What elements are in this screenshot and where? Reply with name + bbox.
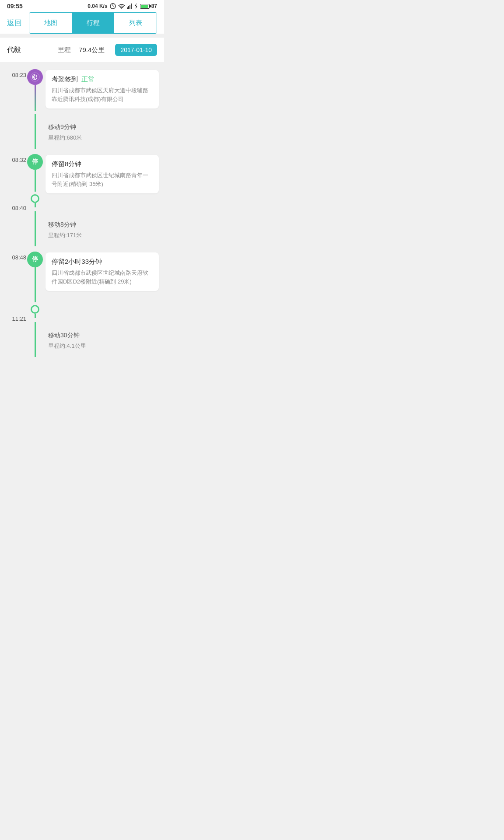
move-card-1: 移动9分钟 里程约:680米 xyxy=(46,117,159,148)
svg-marker-8 xyxy=(135,3,137,9)
move-card-2: 移动8分钟 里程约:171米 xyxy=(46,215,159,245)
date-badge: 2017-01-10 xyxy=(115,44,157,56)
move-duration-2: 移动8分钟 xyxy=(48,221,156,229)
mileage-value: 79.4公里 xyxy=(79,46,105,54)
svg-rect-4 xyxy=(127,7,128,9)
content-event-1: 考勤签到 正常 四川省成都市武侯区天府大道中段辅路靠近腾讯科技(成都)有限公司 xyxy=(44,66,164,114)
clock-icon xyxy=(109,3,116,10)
move-content-2: 移动8分钟 里程约:171米 xyxy=(44,211,164,249)
line-green-1 xyxy=(35,114,36,149)
dot-fingerprint xyxy=(27,69,43,85)
event-3-addr: 四川省成都市武侯区世纪城南路天府软件园D区D2楼附近(精确到 29米) xyxy=(52,269,153,286)
dot-stop-1: 停 xyxy=(27,154,43,170)
move-content-3: 移动30分钟 里程约:4.1公里 xyxy=(44,322,164,360)
timeline-event-2: 08:32 停 08:40 停留8分钟 xyxy=(0,151,164,211)
move-segment-3: 移动30分钟 里程约:4.1公里 xyxy=(0,322,164,360)
network-speed: 0.04 K/s xyxy=(88,3,107,9)
tab-bar: 地图 行程 列表 xyxy=(29,12,157,34)
event-card-3: 停留2小时33分钟 四川省成都市武侯区世纪城南路天府软件园D区D2楼附近(精确到… xyxy=(46,252,159,291)
time-1121: 11:21 xyxy=(0,315,26,322)
status-time: 09:55 xyxy=(7,3,23,10)
battery-icon xyxy=(140,4,150,9)
line-green-4 xyxy=(35,267,36,302)
signal-icon xyxy=(127,3,132,9)
svg-rect-5 xyxy=(128,6,129,9)
timeline-container: 08:23 xyxy=(0,62,164,364)
move-mileage-2: 里程约:171米 xyxy=(48,231,156,239)
tab-list[interactable]: 列表 xyxy=(114,13,157,33)
move-mileage-1: 里程约:680米 xyxy=(48,134,156,142)
event-2-addr: 四川省成都市武侯区世纪城南路青年一号附近(精确到 35米) xyxy=(52,171,153,188)
event-3-title: 停留2小时33分钟 xyxy=(52,258,102,266)
content-event-3: 停留2小时33分钟 四川省成都市武侯区世纪城南路天府软件园D区D2楼附近(精确到… xyxy=(44,249,164,322)
svg-point-3 xyxy=(121,8,122,9)
line-green-2 xyxy=(35,170,36,192)
event-1-title: 考勤签到 xyxy=(52,75,78,84)
driver-name: 代毅 xyxy=(7,46,21,55)
content-event-2: 停留8分钟 四川省成都市武侯区世纪城南路青年一号附近(精确到 35米) xyxy=(44,151,164,211)
dot-small-2 xyxy=(31,305,39,314)
fingerprint-svg xyxy=(30,72,40,82)
status-right: 0.04 K/s 87 xyxy=(88,3,157,10)
move-segment-2: 移动8分钟 里程约:171米 xyxy=(0,211,164,249)
event-card-2: 停留8分钟 四川省成都市武侯区世纪城南路青年一号附近(精确到 35米) xyxy=(46,155,159,193)
back-button[interactable]: 返回 xyxy=(0,18,29,28)
move-mileage-3: 里程约:4.1公里 xyxy=(48,342,156,350)
move-content-1: 移动9分钟 里程约:680米 xyxy=(44,114,164,151)
timeline-event-3: 08:48 停 11:21 停留2小时33分钟 xyxy=(0,249,164,322)
info-row: 代毅 里程 79.4公里 2017-01-10 xyxy=(0,38,164,62)
tab-map[interactable]: 地图 xyxy=(29,13,72,33)
move-duration-1: 移动9分钟 xyxy=(48,123,156,131)
header: 返回 地图 行程 列表 xyxy=(0,12,164,34)
dot-small-1 xyxy=(31,194,39,203)
time-0840: 08:40 xyxy=(0,204,26,211)
status-bar: 09:55 0.04 K/s 87 xyxy=(0,0,164,12)
timeline-event-1: 08:23 xyxy=(0,66,164,114)
wifi-icon xyxy=(118,4,125,9)
svg-rect-6 xyxy=(130,5,130,9)
tab-itinerary[interactable]: 行程 xyxy=(72,13,114,33)
time-0823: 08:23 xyxy=(0,66,26,78)
lightning-icon xyxy=(134,3,138,9)
event-1-status: 正常 xyxy=(81,75,94,84)
mileage-label: 里程 xyxy=(58,46,71,54)
time-0832: 08:32 xyxy=(0,151,26,163)
move-duration-3: 移动30分钟 xyxy=(48,332,156,340)
line-green-3 xyxy=(35,211,36,246)
battery-level: 87 xyxy=(151,3,157,9)
move-card-3: 移动30分钟 里程约:4.1公里 xyxy=(46,326,159,356)
time-0848: 08:48 xyxy=(0,249,26,261)
line-green-5 xyxy=(35,322,36,357)
move-segment-1: 移动9分钟 里程约:680米 xyxy=(0,114,164,151)
event-card-1: 考勤签到 正常 四川省成都市武侯区天府大道中段辅路靠近腾讯科技(成都)有限公司 xyxy=(46,70,159,108)
dot-stop-2: 停 xyxy=(27,252,43,267)
svg-point-9 xyxy=(31,73,39,81)
svg-rect-7 xyxy=(131,4,132,9)
event-2-title: 停留8分钟 xyxy=(52,160,81,168)
event-1-addr: 四川省成都市武侯区天府大道中段辅路靠近腾讯科技(成都)有限公司 xyxy=(52,86,153,103)
line-purple-green xyxy=(35,85,36,111)
